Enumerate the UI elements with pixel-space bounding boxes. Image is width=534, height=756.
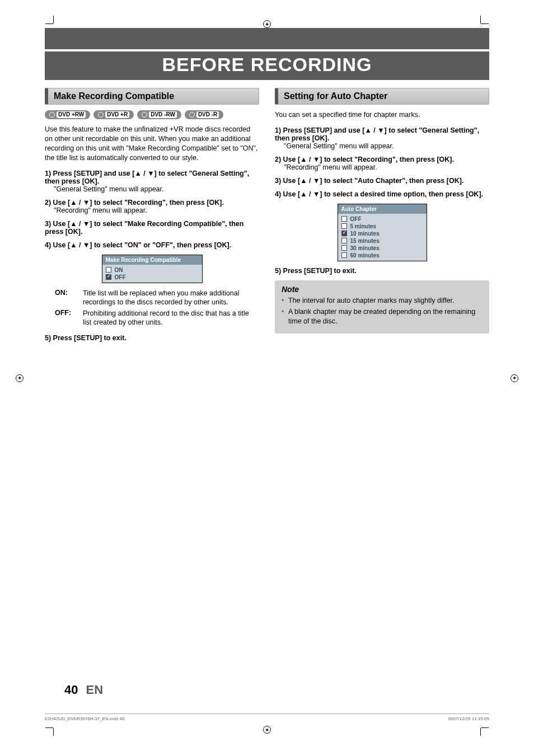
osd-option: OFF: [341, 215, 423, 223]
osd-option: 30 minutes: [341, 245, 423, 252]
osd-option: 5 minutes: [341, 223, 423, 230]
note-title: Note: [282, 285, 483, 294]
osd-option: ON: [106, 266, 199, 274]
checkbox-icon: [341, 238, 347, 243]
checkbox-icon: [106, 274, 111, 280]
intro-text: You can set a specified time for chapter…: [275, 110, 489, 120]
footer-right: 2007/12/28 11:15:05: [448, 716, 489, 721]
definition-row: OFF: Prohibiting additional record to th…: [55, 309, 259, 327]
checkbox-icon: [106, 267, 111, 273]
step-2: 2) Use [▲ / ▼] to select "Recording", th…: [45, 199, 259, 214]
registration-mark-icon: ✦: [510, 374, 518, 382]
section-heading: Make Recording Compatible: [45, 88, 259, 105]
step-4: 4) Use [▲ / ▼] to select "ON" or "OFF", …: [45, 241, 259, 249]
disc-badge-row: DVD +RW DVD +R DVD -RW DVD -R: [45, 110, 259, 119]
checkbox-icon: [341, 245, 347, 251]
registration-mark-icon: ✦: [16, 374, 24, 382]
chapter-title: BEFORE RECORDING: [45, 51, 489, 80]
note-item: A blank chapter may be created depending…: [282, 307, 483, 326]
checkbox-icon: [341, 216, 347, 222]
osd-menu-box: Auto Chapter OFF 5 minutes 10 minutes 15…: [338, 204, 427, 261]
osd-option: 15 minutes: [341, 237, 423, 245]
right-column: Setting for Auto Chapter You can set a s…: [275, 88, 489, 348]
step-1: 1) Press [SETUP] and use [▲ / ▼] to sele…: [45, 170, 259, 193]
definition-row: ON: Title list will be replaced when you…: [55, 289, 259, 307]
definition-list: ON: Title list will be replaced when you…: [55, 289, 259, 327]
osd-option: 60 minutes: [341, 252, 423, 259]
registration-mark-icon: ✦: [263, 20, 271, 28]
disc-badge: DVD +R: [93, 110, 134, 119]
checkbox-icon: [341, 231, 347, 236]
section-heading: Setting for Auto Chapter: [275, 88, 489, 105]
disc-icon: [142, 112, 147, 118]
step-1: 1) Press [SETUP] and use [▲ / ▼] to sele…: [275, 126, 489, 150]
disc-badge: DVD -RW: [137, 110, 181, 119]
osd-menu-title: Make Recording Compatible: [102, 255, 202, 265]
checkbox-icon: [341, 252, 347, 258]
osd-menu-box: Make Recording Compatible ON OFF: [102, 255, 203, 283]
footer-left: E2H42UD_DVDR3576H-37_EN.indd 40: [45, 716, 124, 721]
disc-badge: DVD -R: [185, 110, 223, 119]
disc-icon: [98, 112, 104, 118]
step-5: 5) Press [SETUP] to exit.: [275, 267, 489, 275]
step-3: 3) Use [▲ / ▼] to select "Make Recording…: [45, 220, 259, 236]
note-box: Note The interval for auto chapter marks…: [275, 280, 489, 334]
note-item: The interval for auto chapter marks may …: [282, 296, 483, 306]
osd-option: 10 minutes: [341, 230, 423, 237]
crop-mark-icon: [467, 24, 481, 37]
page-number-row: 40 EN: [64, 683, 103, 697]
header-band: [45, 28, 489, 49]
osd-option: OFF: [106, 274, 199, 281]
disc-icon: [49, 112, 55, 118]
page-number: 40: [64, 683, 78, 697]
disc-icon: [189, 112, 195, 118]
osd-menu-title: Auto Chapter: [338, 204, 427, 214]
disc-badge: DVD +RW: [45, 110, 90, 119]
page-body: BEFORE RECORDING Make Recording Compatib…: [0, 0, 534, 381]
step-5: 5) Press [SETUP] to exit.: [45, 334, 259, 342]
crop-mark-icon: [53, 24, 67, 37]
registration-mark-icon: ✦: [263, 726, 271, 734]
footer: E2H42UD_DVDR3576H-37_EN.indd 40 2007/12/…: [45, 713, 489, 721]
checkbox-icon: [341, 223, 347, 229]
left-column: Make Recording Compatible DVD +RW DVD +R…: [45, 88, 259, 348]
step-2: 2) Use [▲ / ▼] to select "Recording", th…: [275, 156, 489, 171]
page-language: EN: [86, 683, 103, 697]
step-3: 3) Use [▲ / ▼] to select "Auto Chapter",…: [275, 177, 489, 185]
step-4: 4) Use [▲ / ▼] to select a desired time …: [275, 190, 489, 198]
intro-text: Use this feature to make the unfinalized…: [45, 125, 259, 163]
